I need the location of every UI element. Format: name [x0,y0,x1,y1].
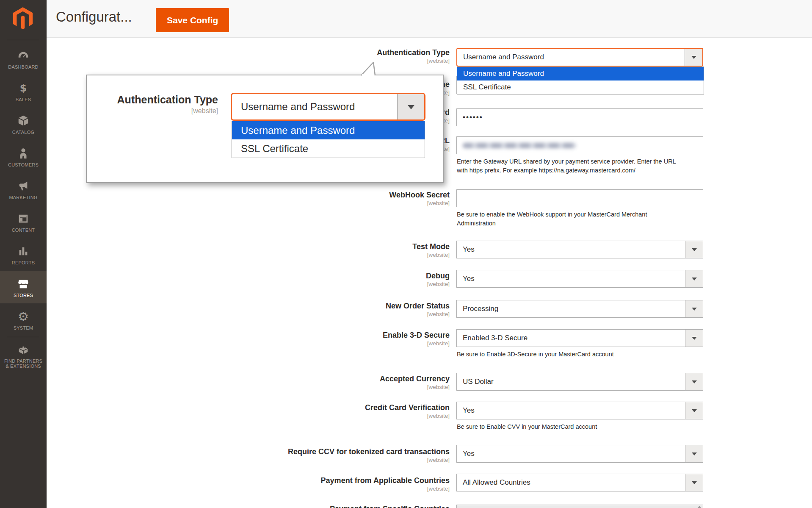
sidebar-item-label: CATALOG [12,130,34,135]
callout-authentication-type-label: Authentication Type [website] [99,94,218,115]
callout-authentication-type-options: Username and Password SSL Certificate [232,121,425,158]
gateway-url-input[interactable] [456,136,703,154]
scope-website: [website] [152,252,450,258]
gateway-url-help-text: Enter the Gateway URL shared by your pay… [457,157,728,175]
debug-label: Debug [website] [152,272,450,288]
test-mode-select[interactable]: Yes [456,241,703,258]
scope-website: [website] [152,486,450,492]
content-icon [17,211,30,226]
webhook-secret-input[interactable] [456,189,703,207]
chevron-down-icon[interactable] [397,94,424,119]
new-order-status-select[interactable]: Processing [456,300,703,318]
sidebar-divider [7,40,39,40]
option-ssl-certificate[interactable]: SSL Certificate [232,139,425,158]
sidebar-divider [7,337,39,337]
option-username-and-password[interactable]: Username and Password [232,121,425,139]
sidebar-item-sales[interactable]: $ SALES [0,75,47,108]
sidebar-item-label: CONTENT [12,228,35,233]
page-header: Configurat... Save Config [47,0,812,38]
sidebar-item-label: REPORTS [12,260,35,265]
sidebar-item-label: CUSTOMERS [8,162,39,167]
chevron-down-icon[interactable] [685,270,703,287]
chevron-down-icon[interactable] [685,241,703,258]
payment-applicable-countries-select[interactable]: All Allowed Countries [456,474,703,491]
chevron-down-icon[interactable] [685,445,703,462]
accepted-currency-label: Accepted Currency [website] [152,375,450,391]
scope-website: [website] [152,311,450,318]
stores-icon [17,277,30,291]
sidebar-item-dashboard[interactable]: DASHBOARD [0,42,47,75]
require-ccv-select[interactable]: Yes [456,445,703,463]
scope-website: [website] [152,457,450,464]
sidebar-item-system[interactable]: ⚙ SYSTEM [0,303,47,336]
sidebar-item-catalog[interactable]: CATALOG [0,108,47,140]
payment-applicable-countries-label: Payment from Applicable Countries [websi… [152,476,450,492]
option-ssl-certificate[interactable]: SSL Certificate [457,81,704,94]
credit-card-verification-select[interactable]: Yes [456,402,703,419]
scope-website: [website] [152,413,450,419]
payment-specific-countries-multiselect [456,505,703,508]
extensions-brick-icon [17,342,30,357]
scope-website: [website] [152,384,450,391]
debug-select[interactable]: Yes [456,270,703,288]
magento-logo-icon[interactable] [13,7,33,32]
page-title: Configurat... [56,9,132,25]
sidebar-item-content[interactable]: CONTENT [0,205,47,238]
payment-specific-countries-label: Payment from Specific Countries [152,505,450,508]
scope-website: [website] [152,200,450,207]
enable-3d-secure-help-text: Be sure to Enable 3D-Secure in your Mast… [457,350,728,359]
sidebar-item-label: FIND PARTNERS& EXTENSIONS [4,358,42,369]
svg-text:$: $ [20,82,27,94]
sidebar-item-label: SALES [16,97,31,102]
option-username-and-password[interactable]: Username and Password [457,67,704,81]
save-config-button[interactable]: Save Config [156,8,229,32]
sidebar-item-stores[interactable]: STORES [0,271,47,303]
magento-admin-screen: DASHBOARD $ SALES CATALOG CUSTOMERS [0,0,812,508]
enable-3d-secure-label: Enable 3-D Secure [website] [152,331,450,347]
accepted-currency-select[interactable]: US Dollar [456,373,703,391]
new-order-status-label: New Order Status [website] [152,302,450,318]
authentication-type-options: Username and Password SSL Certificate [457,67,704,94]
require-ccv-label: Require CCV for tokenized card transacti… [152,447,450,464]
sidebar-item-reports[interactable]: REPORTS [0,238,47,271]
chevron-down-icon[interactable] [685,49,702,66]
sidebar-item-label: STORES [14,293,33,298]
customers-icon [17,146,30,161]
reports-icon [17,244,30,258]
sidebar-item-marketing[interactable]: MARKETING [0,173,47,205]
authentication-type-label: Authentication Type [website] [152,48,450,64]
chevron-down-icon[interactable] [685,474,703,491]
dashboard-icon [17,48,30,63]
chevron-down-icon[interactable] [685,330,703,347]
credit-card-verification-help-text: Be sure to Enable CVV in your MasterCard… [457,422,728,431]
webhook-secret-help-text: Be sure to enable the WebHook support in… [457,210,728,228]
sidebar-item-label: SYSTEM [14,325,33,330]
authentication-type-select[interactable]: Username and Password [456,48,703,67]
scope-website: [website] [152,281,450,288]
scroll-up-icon [697,506,702,508]
gateway-url-redacted-value [463,143,576,148]
enable-3d-secure-select[interactable]: Enabled 3-D Secure [456,329,703,347]
sidebar-item-label: DASHBOARD [8,64,38,69]
api-password-input[interactable]: •••••• [456,108,703,126]
sidebar-nav: DASHBOARD $ SALES CATALOG CUSTOMERS [0,42,47,372]
scope-website: [website] [152,340,450,347]
webhook-secret-label: WebHook Secret [website] [152,191,450,207]
chevron-down-icon[interactable] [685,300,703,317]
sidebar-item-label: MARKETING [9,195,37,200]
sidebar-item-customers[interactable]: CUSTOMERS [0,140,47,173]
test-mode-label: Test Mode [website] [152,242,450,258]
credit-card-verification-label: Credit Card Verification [website] [152,403,450,419]
catalog-icon [17,114,30,128]
callout-pointer-icon [359,61,379,78]
scope-website: [website] [99,107,218,115]
scope-website: [website] [152,58,450,64]
marketing-icon [17,179,30,193]
chevron-down-icon[interactable] [685,373,703,390]
chevron-down-icon[interactable] [685,402,703,419]
admin-sidebar: DASHBOARD $ SALES CATALOG CUSTOMERS [0,0,47,508]
sidebar-item-find-partners-extensions[interactable]: FIND PARTNERS& EXTENSIONS [0,339,47,372]
sales-icon: $ [17,81,30,95]
system-gear-icon: ⚙ [18,309,29,324]
callout-authentication-type-select[interactable]: Username and Password [231,93,425,121]
